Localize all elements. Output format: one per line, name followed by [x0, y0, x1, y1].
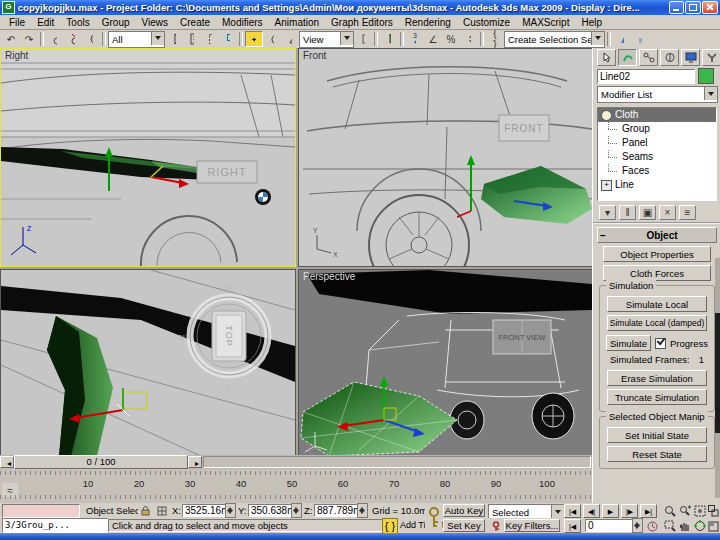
- menu-animation[interactable]: Animation: [269, 17, 325, 28]
- maxscript-listener-field[interactable]: 3/3Grou_p...: [2, 518, 108, 533]
- frame-spinner[interactable]: [632, 518, 643, 533]
- set-initial-state-button[interactable]: Set Initial State: [607, 427, 707, 443]
- chevron-down-icon[interactable]: [340, 32, 353, 45]
- mirror-icon[interactable]: [613, 31, 631, 47]
- time-configuration-icon[interactable]: [644, 518, 660, 534]
- object-name-input[interactable]: [597, 69, 695, 84]
- menu-edit[interactable]: Edit: [31, 17, 60, 28]
- select-by-name-icon[interactable]: [183, 31, 201, 47]
- bulb-icon[interactable]: [601, 110, 612, 121]
- close-button[interactable]: [702, 1, 718, 14]
- viewport-label-front[interactable]: Front: [303, 50, 326, 61]
- viewport-perspective-canvas[interactable]: FRONT VIEW: [299, 270, 592, 456]
- rectangular-region-icon[interactable]: [201, 31, 219, 47]
- y-coordinate-input[interactable]: [248, 504, 294, 517]
- stack-item-cloth[interactable]: Cloth: [598, 108, 716, 122]
- spinner-snap-icon[interactable]: [460, 31, 478, 47]
- bind-to-spacewarp-icon[interactable]: [82, 31, 100, 47]
- go-to-start-button[interactable]: |◀: [564, 504, 581, 518]
- menu-file[interactable]: File: [3, 17, 31, 28]
- zoom-extents-all-icon[interactable]: [706, 503, 720, 519]
- restore-button[interactable]: [685, 1, 701, 14]
- cloth-forces-button[interactable]: Cloth Forces: [603, 265, 711, 281]
- viewport-perspective[interactable]: FRONT VIEW Perspective: [298, 269, 593, 457]
- truncate-simulation-button[interactable]: Truncate Simulation: [607, 389, 707, 405]
- chevron-down-icon[interactable]: [591, 32, 604, 45]
- percent-snap-icon[interactable]: %: [442, 31, 460, 47]
- menu-tools[interactable]: Tools: [60, 17, 95, 28]
- absolute-mode-icon[interactable]: [154, 504, 170, 518]
- selection-lock-icon[interactable]: [138, 504, 153, 518]
- menu-group[interactable]: Group: [96, 17, 136, 28]
- mini-curve-editor-icon[interactable]: ≈: [2, 483, 18, 497]
- time-slider-prev-arrow[interactable]: ◂: [0, 456, 14, 468]
- stack-item-line[interactable]: + Line: [598, 178, 716, 192]
- tab-create-icon[interactable]: [597, 49, 616, 66]
- select-and-manipulate-icon[interactable]: [380, 31, 398, 47]
- stack-item-group[interactable]: Group: [598, 122, 716, 136]
- menu-help[interactable]: Help: [575, 17, 608, 28]
- tab-display-icon[interactable]: [681, 49, 700, 66]
- reset-state-button[interactable]: Reset State: [607, 446, 707, 462]
- pin-stack-icon[interactable]: ▾: [599, 205, 616, 220]
- previous-frame-button[interactable]: ◀|: [583, 504, 600, 518]
- simulate-local-button[interactable]: Simulate Local: [607, 296, 707, 312]
- make-unique-icon[interactable]: ▣: [639, 205, 656, 220]
- viewport-front[interactable]: FRONT Y X Front: [298, 48, 593, 267]
- tab-hierarchy-icon[interactable]: [639, 49, 658, 66]
- chevron-down-icon[interactable]: [704, 87, 717, 100]
- snaps-toggle-3d-icon[interactable]: 3: [406, 31, 424, 47]
- tab-motion-icon[interactable]: [660, 49, 679, 66]
- macro-recorder-field[interactable]: [2, 504, 80, 518]
- maximize-viewport-toggle-icon[interactable]: [706, 518, 720, 534]
- remove-modifier-icon[interactable]: ×: [659, 205, 676, 220]
- chevron-down-icon[interactable]: [151, 32, 164, 45]
- viewport-right-canvas[interactable]: RIGHT Z: [1, 49, 295, 266]
- undo-icon[interactable]: ↶: [2, 31, 20, 47]
- tab-utilities-icon[interactable]: [702, 49, 720, 66]
- play-button[interactable]: ▶: [602, 504, 619, 518]
- tab-modify-icon[interactable]: [618, 49, 637, 66]
- configure-modifier-sets-icon[interactable]: ≡: [679, 205, 696, 220]
- show-end-result-icon[interactable]: ‖: [619, 205, 636, 220]
- stack-item-panel[interactable]: Panel: [598, 136, 716, 150]
- scrollbar-thumb[interactable]: [715, 313, 720, 433]
- time-slider-next-arrow[interactable]: ▸: [188, 456, 202, 468]
- auto-key-button[interactable]: Auto Key: [443, 504, 485, 517]
- simulate-local-damped-button[interactable]: Simulate Local (damped): [607, 315, 707, 331]
- unlink-icon[interactable]: [64, 31, 82, 47]
- menu-graph-editors[interactable]: Graph Editors: [325, 17, 399, 28]
- x-coordinate-input[interactable]: [182, 504, 228, 517]
- erase-simulation-button[interactable]: Erase Simulation: [607, 370, 707, 386]
- track-bar[interactable]: ≈ 10 20 30 40 50 60 70 80 90 100: [0, 469, 592, 503]
- menu-modifiers[interactable]: Modifiers: [216, 17, 269, 28]
- time-slider-track[interactable]: [203, 456, 591, 468]
- stack-item-faces[interactable]: Faces: [598, 164, 716, 178]
- viewport-front-canvas[interactable]: FRONT Y X: [299, 49, 592, 266]
- use-center-icon[interactable]: [354, 31, 372, 47]
- object-color-swatch[interactable]: [698, 68, 714, 84]
- select-and-rotate-icon[interactable]: [263, 31, 281, 47]
- menu-create[interactable]: Create: [174, 17, 216, 28]
- chevron-down-icon[interactable]: [551, 505, 564, 518]
- viewport-label-perspective[interactable]: Perspective: [303, 271, 355, 282]
- y-spinner[interactable]: [291, 503, 302, 518]
- z-spinner[interactable]: [357, 503, 368, 518]
- redo-icon[interactable]: ↷: [20, 31, 38, 47]
- command-panel-scrollbar[interactable]: [715, 258, 720, 498]
- next-frame-button[interactable]: |▶: [621, 504, 638, 518]
- set-key-button[interactable]: Set Key: [443, 519, 485, 532]
- x-spinner[interactable]: [225, 503, 236, 518]
- select-and-scale-icon[interactable]: [281, 31, 299, 47]
- edit-named-selection-sets-icon[interactable]: { }: [486, 31, 504, 47]
- key-filters-button[interactable]: Key Filters...: [504, 519, 560, 532]
- viewport-label-right[interactable]: Right: [5, 50, 28, 61]
- menu-maxscript[interactable]: MAXScript: [516, 17, 575, 28]
- menu-rendering[interactable]: Rendering: [399, 17, 457, 28]
- time-slider-handle[interactable]: 0 / 100: [14, 455, 188, 469]
- minimize-button[interactable]: [669, 1, 685, 14]
- select-and-link-icon[interactable]: [46, 31, 64, 47]
- align-icon[interactable]: [631, 31, 649, 47]
- viewport-top-canvas[interactable]: TOP N S E W: [1, 270, 295, 456]
- simulate-button[interactable]: Simulate: [606, 335, 651, 351]
